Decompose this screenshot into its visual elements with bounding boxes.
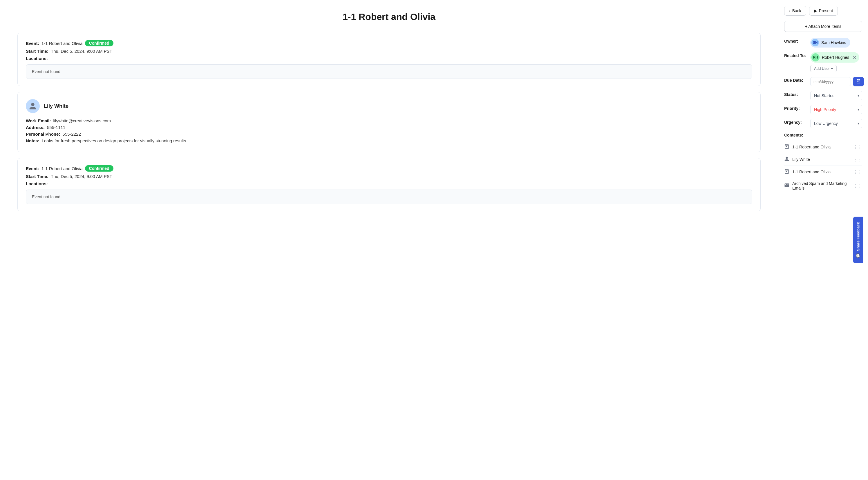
urgency-label: Urgency: [784, 119, 807, 125]
owner-name: Sam Hawkins [821, 40, 846, 45]
owner-avatar: SH [811, 39, 819, 46]
start-time-value-1: Thu, Dec 5, 2024, 9:00 AM PST [51, 49, 112, 54]
calendar-icon-1 [784, 144, 789, 150]
owner-value: SH Sam Hawkins [810, 38, 862, 47]
contact-header: Lily White [26, 99, 752, 113]
related-to-value: RH Robert Hughes ✕ Add User + [810, 52, 862, 72]
present-button[interactable]: ▶ Present [809, 6, 838, 15]
due-date-input[interactable] [810, 77, 851, 86]
due-date-row: Due Date: [784, 77, 862, 87]
owner-label: Owner: [784, 38, 807, 43]
locations-field-1: Locations: [26, 56, 752, 61]
phone-value: 555-2222 [62, 132, 81, 137]
attach-more-button[interactable]: + Attach More Items [784, 21, 862, 32]
content-item-left-4: Archived Spam and Marketing Emails [784, 181, 853, 191]
feedback-label: Share Feedback [856, 222, 861, 251]
related-to-row: Related To: RH Robert Hughes ✕ Add User … [784, 52, 862, 72]
status-badge-2: Confirmed [85, 165, 114, 172]
event-not-found-1: Event not found [26, 64, 752, 79]
contact-name: Lily White [44, 103, 68, 109]
sidebar-header-buttons: ‹ Back ▶ Present [784, 6, 862, 15]
notes-field: Notes: Looks for fresh perspectives on d… [26, 138, 752, 143]
start-time-value-2: Thu, Dec 5, 2024, 9:00 AM PST [51, 174, 112, 179]
locations-label-1: Locations: [26, 56, 48, 61]
priority-label: Priority: [784, 105, 807, 111]
status-label: Status: [784, 91, 807, 97]
priority-select[interactable]: High Priority Medium Priority Low Priori… [810, 105, 862, 114]
content-item-left-3: 1-1 Robert and Olivia [784, 169, 853, 175]
drag-handle-4[interactable]: ⋮⋮ [853, 183, 862, 189]
present-icon: ▶ [814, 8, 817, 13]
event-field-1: Event: 1-1 Robert and Olivia Confirmed [26, 40, 752, 46]
work-email-label: Work Email: [26, 118, 51, 123]
content-item-left-1: 1-1 Robert and Olivia [784, 144, 853, 150]
remove-related-button[interactable]: ✕ [852, 55, 857, 60]
present-label: Present [819, 8, 833, 13]
owner-chip[interactable]: SH Sam Hawkins [810, 38, 850, 47]
due-date-value [810, 77, 864, 87]
add-user-label: Add User + [814, 66, 833, 71]
avatar [26, 99, 40, 113]
contact-card: Lily White Work Email: lilywhite@creativ… [18, 92, 761, 152]
start-time-field-1: Start Time: Thu, Dec 5, 2024, 9:00 AM PS… [26, 49, 752, 54]
work-email-field: Work Email: lilywhite@creativevisions.co… [26, 118, 752, 123]
start-time-label-1: Start Time: [26, 49, 49, 54]
contact-icon-2 [784, 156, 789, 163]
locations-label-2: Locations: [26, 181, 48, 186]
event-field-2: Event: 1-1 Robert and Olivia Confirmed [26, 165, 752, 172]
related-to-label: Related To: [784, 52, 807, 58]
related-chip[interactable]: RH Robert Hughes ✕ [810, 52, 859, 63]
phone-label: Personal Phone: [26, 132, 60, 137]
back-chevron-icon: ‹ [789, 8, 790, 13]
content-item-4: Archived Spam and Marketing Emails ⋮⋮ [784, 178, 862, 193]
priority-row: Priority: High Priority Medium Priority … [784, 105, 862, 114]
address-field: Address: 555-1111 [26, 125, 752, 130]
phone-field: Personal Phone: 555-2222 [26, 132, 752, 137]
status-select[interactable]: Not Started In Progress Completed [810, 91, 862, 100]
content-item-left-2: Lily White [784, 156, 853, 163]
event-card-1: Event: 1-1 Robert and Olivia Confirmed S… [18, 33, 761, 86]
notes-value: Looks for fresh perspectives on design p… [42, 138, 186, 143]
start-time-label-2: Start Time: [26, 174, 49, 179]
drag-handle-2[interactable]: ⋮⋮ [853, 157, 862, 162]
content-item-name-2: Lily White [792, 157, 810, 162]
calendar-icon-button[interactable] [853, 77, 864, 87]
chat-icon: 💬 [856, 253, 861, 258]
content-item-name-4: Archived Spam and Marketing Emails [792, 181, 853, 191]
status-select-wrapper: Not Started In Progress Completed [810, 91, 862, 100]
status-row: Status: Not Started In Progress Complete… [784, 91, 862, 100]
event-name-1: 1-1 Robert and Olivia [41, 41, 83, 46]
back-label: Back [792, 8, 801, 13]
back-button[interactable]: ‹ Back [784, 6, 806, 15]
event-label-2: Event: [26, 166, 39, 171]
email-icon-4 [784, 182, 789, 189]
owner-row: Owner: SH Sam Hawkins [784, 38, 862, 47]
event-card-2: Event: 1-1 Robert and Olivia Confirmed S… [18, 158, 761, 211]
calendar-icon-3 [784, 169, 789, 175]
priority-select-wrapper: High Priority Medium Priority Low Priori… [810, 105, 862, 114]
content-item-2: Lily White ⋮⋮ [784, 153, 862, 166]
content-item-3: 1-1 Robert and Olivia ⋮⋮ [784, 166, 862, 178]
urgency-row: Urgency: Low Urgency Medium Urgency High… [784, 119, 862, 128]
event-name-2: 1-1 Robert and Olivia [41, 166, 83, 171]
urgency-select-wrapper: Low Urgency Medium Urgency High Urgency [810, 119, 862, 128]
event-not-found-2: Event not found [26, 190, 752, 204]
page-title: 1-1 Robert and Olivia [18, 11, 761, 22]
status-badge-1: Confirmed [85, 40, 114, 46]
attach-label: + Attach More Items [805, 24, 841, 29]
locations-field-2: Locations: [26, 181, 752, 186]
urgency-select[interactable]: Low Urgency Medium Urgency High Urgency [810, 119, 862, 128]
due-date-label: Due Date: [784, 77, 807, 82]
feedback-tab[interactable]: 💬 Share Feedback [853, 217, 863, 263]
work-email-value: lilywhite@creativevisions.com [53, 118, 111, 123]
drag-handle-1[interactable]: ⋮⋮ [853, 144, 862, 150]
start-time-field-2: Start Time: Thu, Dec 5, 2024, 9:00 AM PS… [26, 174, 752, 179]
content-item-name-3: 1-1 Robert and Olivia [792, 170, 831, 174]
notes-label: Notes: [26, 138, 39, 143]
main-content: 1-1 Robert and Olivia Event: 1-1 Robert … [0, 0, 778, 480]
event-label-1: Event: [26, 41, 39, 46]
add-user-button[interactable]: Add User + [810, 65, 837, 72]
address-value: 555-1111 [47, 125, 65, 130]
drag-handle-3[interactable]: ⋮⋮ [853, 169, 862, 175]
contents-list: 1-1 Robert and Olivia ⋮⋮ Lily White ⋮⋮ 1… [784, 141, 862, 193]
